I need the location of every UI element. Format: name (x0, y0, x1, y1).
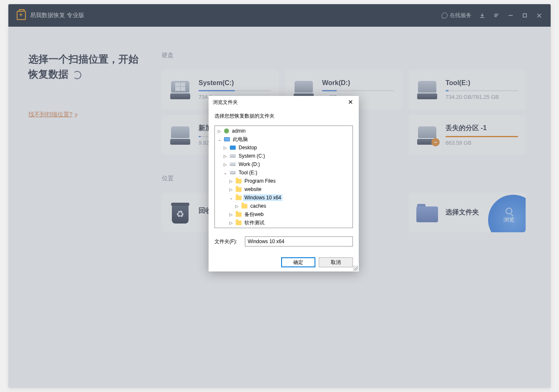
tree-item-system-c[interactable]: ▷System (C:) (215, 152, 353, 160)
dialog-titlebar: 浏览文件夹 ✕ (209, 96, 359, 108)
tree-item-work-d[interactable]: ▷Work (D:) (215, 160, 353, 168)
app-window: 易我数据恢复 专业版 在线服务 选择一个扫描位置，开始恢复数据 找不到扫描位置?… (8, 4, 551, 388)
tree-item-caches[interactable]: ▷caches (215, 202, 353, 210)
tree-item-website[interactable]: ▷website (215, 185, 353, 193)
tree-item-backup-web[interactable]: ▷备份web (215, 210, 353, 219)
browse-folder-dialog: 浏览文件夹 ✕ 选择您想恢复数据的文件夹 ▷admin ⌄此电脑 ▷Deskto… (209, 96, 359, 271)
resize-grip[interactable] (353, 266, 358, 271)
dialog-subtitle: 选择您想恢复数据的文件夹 (209, 108, 359, 126)
folder-tree[interactable]: ▷admin ⌄此电脑 ▷Desktop ▷System (C:) ▷Work … (214, 126, 353, 228)
tree-item-windows10[interactable]: ⌄Windows 10 x64 (215, 193, 353, 202)
tree-item-desktop[interactable]: ▷Desktop (215, 143, 353, 152)
folder-field-label: 文件夹(F): (214, 238, 237, 245)
ok-button[interactable]: 确定 (281, 257, 315, 267)
cancel-button[interactable]: 取消 (319, 257, 353, 267)
tree-item-admin[interactable]: ▷admin (215, 127, 353, 135)
dialog-close-button[interactable]: ✕ (346, 98, 355, 106)
tree-item-soft-test[interactable]: ▷软件测试 (215, 219, 353, 227)
folder-name-input[interactable] (245, 236, 353, 246)
tree-item-this-pc[interactable]: ⌄此电脑 (215, 135, 353, 143)
tree-item-program-files[interactable]: ▷Program Files (215, 177, 353, 185)
dialog-title: 浏览文件夹 (213, 99, 346, 106)
tree-item-tool-e[interactable]: ⌄Tool (E:) (215, 168, 353, 177)
